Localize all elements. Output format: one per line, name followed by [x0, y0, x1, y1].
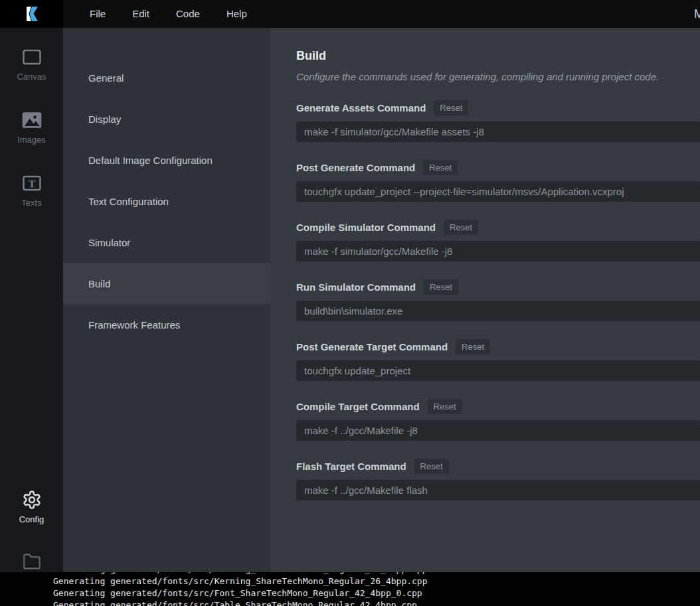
menubar: File Edit Code Help [76, 0, 260, 28]
field-flash-target-command: Flash Target Command Reset [296, 458, 700, 500]
console-line: Generating generated/fonts/src/Kerning_S… [53, 575, 700, 587]
sidebar-item-label: Images [17, 135, 46, 145]
settings-item-text-configuration[interactable]: Text Configuration [63, 181, 270, 222]
build-output-console: Generating generated/fonts/src/Kerning_S… [0, 572, 700, 606]
reset-button[interactable]: Reset [456, 339, 490, 354]
body: Canvas Images [0, 28, 700, 606]
menu-file[interactable]: File [76, 0, 119, 28]
svg-text:T: T [28, 179, 35, 189]
app-window: File Edit Code Help M Canvas [0, 0, 700, 606]
page-description: Configure the commands used for generati… [296, 71, 700, 82]
field-post-generate-target-command: Post Generate Target Command Reset [296, 339, 700, 381]
compile-simulator-command-input[interactable] [296, 241, 700, 262]
sidebar-item-images[interactable]: Images [0, 110, 63, 145]
reset-button[interactable]: Reset [423, 160, 458, 175]
sidebar-top-group: Canvas Images [0, 46, 63, 208]
field-label: Post Generate Target Command [296, 341, 448, 352]
sidebar-item-label: Texts [21, 198, 41, 208]
field-label: Flash Target Command [296, 461, 406, 472]
settings-item-framework-features[interactable]: Framework Features [63, 304, 270, 345]
settings-item-simulator[interactable]: Simulator [63, 222, 270, 263]
sidebar-item-texts[interactable]: T Texts [0, 173, 63, 208]
console-line: Generating generated/fonts/src/Table_Sha… [53, 599, 700, 606]
settings-item-display[interactable]: Display [63, 98, 270, 139]
menu-help[interactable]: Help [213, 0, 260, 28]
flash-target-command-input[interactable] [296, 480, 700, 500]
sidebar: Canvas Images [0, 28, 63, 606]
sidebar-item-label: Canvas [17, 72, 46, 82]
texts-icon: T [21, 173, 43, 194]
field-compile-simulator-command: Compile Simulator Command Reset [296, 219, 700, 262]
folder-icon [21, 551, 43, 572]
project-title: M [694, 0, 700, 28]
settings-item-build[interactable]: Build [63, 263, 270, 304]
reset-button[interactable]: Reset [428, 399, 462, 414]
field-run-simulator-command: Run Simulator Command Reset [296, 279, 700, 321]
menu-code[interactable]: Code [163, 0, 213, 28]
run-simulator-command-input[interactable] [296, 301, 700, 321]
field-post-generate-command: Post Generate Command Reset [296, 159, 700, 202]
sidebar-item-canvas[interactable]: Canvas [0, 46, 63, 82]
reset-button[interactable]: Reset [414, 459, 449, 474]
field-label: Run Simulator Command [296, 281, 416, 293]
reset-button[interactable]: Reset [434, 100, 468, 115]
config-settings-menu: General Display Default Image Configurat… [63, 28, 270, 606]
touchgfx-logo [0, 0, 63, 28]
field-label: Compile Target Command [296, 401, 420, 412]
images-icon [21, 110, 43, 131]
field-label: Generate Assets Command [296, 102, 426, 114]
compile-target-command-input[interactable] [296, 420, 700, 441]
sidebar-item-config[interactable]: Config [0, 489, 63, 524]
console-log: Generating generated/fonts/src/Kerning_S… [0, 572, 700, 606]
sidebar-item-label: Config [19, 514, 44, 524]
topbar: File Edit Code Help M [0, 0, 700, 28]
settings-item-default-image-configuration[interactable]: Default Image Configuration [63, 139, 270, 181]
gear-icon [21, 489, 43, 510]
canvas-icon [21, 46, 43, 68]
field-label: Post Generate Command [296, 162, 415, 173]
reset-button[interactable]: Reset [444, 220, 478, 235]
settings-item-general[interactable]: General [63, 57, 270, 98]
post-generate-command-input[interactable] [296, 181, 700, 202]
page-title: Build [296, 49, 700, 63]
reset-button[interactable]: Reset [424, 279, 458, 295]
console-line: Generating generated/fonts/src/Font_Shar… [53, 587, 700, 599]
field-compile-target-command: Compile Target Command Reset [296, 398, 700, 441]
menu-edit[interactable]: Edit [119, 0, 163, 28]
touchgfx-x-logo-icon [22, 5, 42, 23]
field-generate-assets-command: Generate Assets Command Reset [296, 100, 700, 142]
build-settings-panel: Build Configure the commands used for ge… [270, 28, 700, 606]
field-label: Compile Simulator Command [296, 222, 436, 233]
post-generate-target-command-input[interactable] [296, 360, 700, 381]
generate-assets-command-input[interactable] [296, 121, 700, 142]
